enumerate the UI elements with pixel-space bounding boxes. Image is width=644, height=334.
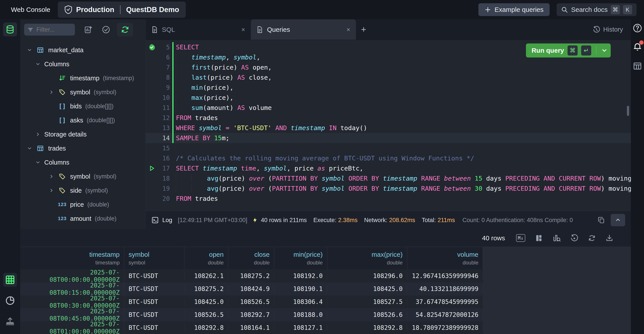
cell-timestamp: 2025-07-08T00:00:00.000000Z (20, 269, 124, 283)
tree-item-symbol[interactable]: symbol(symbol) (20, 85, 146, 99)
refresh-schema-button[interactable] (117, 23, 133, 36)
sql-editor[interactable]: 5SELECT6 timestamp, symbol,7 first(price… (146, 40, 631, 211)
chevron-right-icon[interactable] (48, 90, 55, 95)
cell-open: 108526.5 (184, 311, 228, 318)
table-row[interactable]: 2025-07-08T00:15:00.000000ZBTC-USDT10827… (20, 282, 483, 295)
chevron-right-icon[interactable] (48, 174, 55, 179)
close-icon[interactable]: × (346, 26, 350, 33)
add-materialized-view-icon[interactable] (84, 26, 92, 34)
code-line-20[interactable]: 20FROM trades (146, 194, 631, 204)
import-button[interactable] (3, 314, 17, 328)
check-circle-icon[interactable] (102, 25, 110, 34)
code-line-15[interactable]: 15 (146, 143, 631, 153)
download-icon[interactable] (606, 234, 613, 242)
table-row[interactable]: 2025-07-08T00:00:00.000000ZBTC-USDT10826… (20, 269, 483, 282)
close-icon[interactable]: × (241, 26, 245, 33)
help-icon[interactable] (632, 23, 642, 33)
run-line-icon[interactable] (146, 165, 158, 172)
freeze-columns-icon[interactable] (535, 234, 543, 242)
grid-icon (5, 275, 15, 285)
chevron-down-icon[interactable] (26, 47, 33, 53)
tree-item-asks[interactable]: []asks(double[][]) (20, 113, 146, 127)
query-success-icon[interactable] (146, 44, 158, 51)
database-nav-button[interactable] (3, 22, 17, 36)
history-label: History (603, 26, 623, 33)
tab-sql[interactable]: SQL× (146, 19, 251, 40)
table-row[interactable]: 2025-07-08T00:30:00.000000ZBTC-USDT10842… (20, 295, 483, 308)
code-line-9[interactable]: 9 min(price), (146, 83, 631, 93)
example-queries-button[interactable]: Example queries (478, 3, 550, 16)
tree-item-market_data[interactable]: market_data (20, 43, 146, 57)
filter-icon (28, 27, 33, 32)
tree-item-amount[interactable]: 123amount(double) (20, 212, 146, 226)
table-panel-icon[interactable] (633, 61, 642, 71)
copy-markdown-icon[interactable]: M↓ (516, 234, 526, 242)
column-header-close[interactable]: closedouble (228, 247, 274, 269)
run-query-button[interactable]: Run query ⌘ ↵ (526, 44, 611, 58)
instance-pill[interactable]: Production QuestDB Demo (58, 2, 186, 18)
cell-min(price): 108192.0 (274, 272, 327, 280)
tree-item-side[interactable]: side(symbol) (20, 184, 146, 198)
search-docs-button[interactable]: Search docs ⌘ K (556, 3, 636, 16)
code-line-16[interactable]: 16/* Calculates the rolling moving avera… (146, 153, 631, 163)
code-line-10[interactable]: 10 max(price), (146, 93, 631, 103)
history-button[interactable]: History (593, 19, 623, 40)
cell-open: 108292.8 (184, 324, 228, 331)
filter-input[interactable] (36, 26, 69, 33)
code-line-17[interactable]: 17SELECT timestamp time, symbol, price a… (146, 163, 631, 173)
tab-queries[interactable]: Queries× (251, 19, 356, 40)
grid-body[interactable]: 2025-07-08T00:00:00.000000ZBTC-USDT10826… (20, 269, 483, 334)
chart-view-button[interactable] (3, 294, 17, 308)
code-line-7[interactable]: 7 first(price) AS open, (146, 62, 631, 72)
network-label: Network: (364, 217, 388, 224)
code-line-14[interactable]: 14SAMPLE BY 15m; (146, 133, 631, 143)
filter-input-box[interactable] (24, 24, 75, 36)
column-header-volume[interactable]: volumedouble (407, 247, 483, 269)
column-header-max(price)[interactable]: max(price)double (327, 247, 407, 269)
collapse-log-button[interactable] (611, 214, 625, 226)
tree-item-price[interactable]: 123price(double) (20, 198, 146, 212)
column-header-timestamp[interactable]: timestamptimestamp (20, 247, 124, 269)
notifications-bell-icon[interactable] (632, 42, 642, 51)
code-line-8[interactable]: 8 last(price) AS close, (146, 72, 631, 83)
chevron-down-icon[interactable] (601, 47, 608, 54)
tree-item-Columns[interactable]: Columns (20, 57, 146, 71)
grid-view-button[interactable] (3, 273, 17, 287)
refresh-icon[interactable] (588, 234, 596, 242)
tree-item-symbol[interactable]: symbol(symbol) (20, 170, 146, 184)
column-header-min(price)[interactable]: min(price)double (274, 247, 327, 269)
column-header-symbol[interactable]: symbolsymbol (124, 247, 184, 269)
code-line-13[interactable]: 13WHERE symbol = 'BTC-USDT' AND timestam… (146, 123, 631, 133)
chart-icon[interactable] (552, 234, 561, 242)
chevron-down-icon[interactable] (34, 160, 41, 165)
results-panel: 40 rows M↓ timestamptimestampsymbolsymbo… (20, 229, 631, 334)
shield-icon (64, 5, 72, 14)
tree-item-timestamp[interactable]: timestamp(timestamp) (20, 226, 146, 229)
copy-icon[interactable] (598, 216, 605, 224)
chevron-right-icon[interactable] (34, 132, 41, 137)
tree-item-Columns[interactable]: Columns (20, 155, 146, 170)
new-tab-button[interactable]: + (356, 19, 371, 40)
lightning-icon (252, 217, 258, 223)
code-area[interactable]: 5SELECT6 timestamp, symbol,7 first(price… (146, 40, 631, 204)
tree-item-timestamp[interactable]: timestamp(timestamp) (20, 71, 146, 85)
tree-item-trades[interactable]: trades (20, 141, 146, 155)
query-selection-bar (172, 62, 176, 72)
chevron-down-icon[interactable] (34, 61, 41, 67)
code-line-18[interactable]: 18 avg(price) over (PARTITION BY symbol … (146, 173, 631, 184)
chevron-down-icon[interactable] (26, 146, 33, 151)
history-icon[interactable] (570, 234, 578, 242)
results-grid[interactable]: timestamptimestampsymbolsymbolopendouble… (20, 247, 483, 334)
chevron-right-icon[interactable] (48, 188, 55, 193)
tree-item-Storage details[interactable]: Storage details (20, 127, 146, 141)
cell-timestamp: 2025-07-08T00:15:00.000000Z (20, 282, 124, 296)
code-line-19[interactable]: 19 avg(price) over (PARTITION BY symbol … (146, 184, 631, 194)
code-line-12[interactable]: 12FROM trades (146, 113, 631, 123)
editor-scrollbar[interactable] (627, 106, 629, 116)
code-line-11[interactable]: 11 sum(amount) AS volume (146, 103, 631, 113)
schema-tree: market_dataColumnstimestamp(timestamp)sy… (20, 40, 146, 229)
table-row[interactable]: 2025-07-08T00:45:00.000000ZBTC-USDT10852… (20, 308, 483, 321)
column-header-open[interactable]: opendouble (184, 247, 228, 269)
table-row[interactable]: 2025-07-08T01:00:00.000000ZBTC-USDT10829… (20, 321, 483, 334)
tree-item-bids[interactable]: []bids(double[][]) (20, 99, 146, 113)
